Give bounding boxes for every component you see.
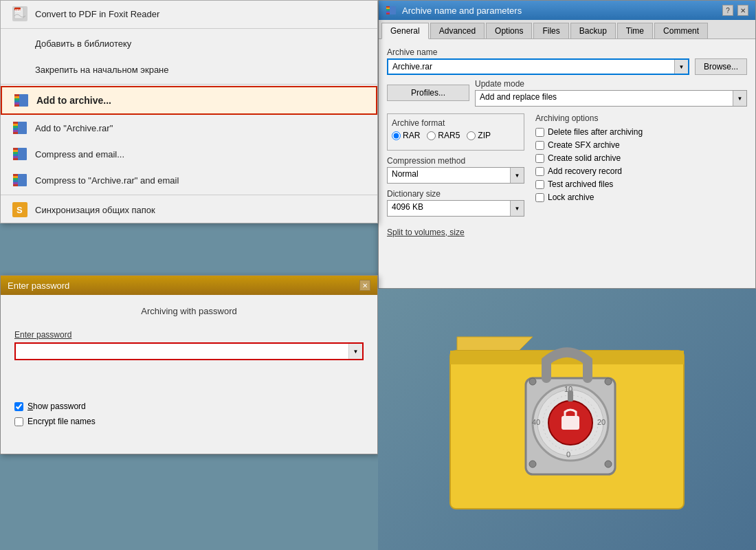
archive-dialog-controls: ? ✕ [722, 5, 748, 16]
svg-rect-15 [13, 124, 18, 126]
tab-advanced[interactable]: Advanced [430, 23, 485, 38]
archive-dialog-title: Archive name and parameters [402, 6, 522, 16]
encrypt-names-text: Encrypt file names [27, 417, 96, 426]
split-volumes[interactable]: Split to volumes, size [387, 228, 747, 237]
rar-icon-2 [12, 120, 28, 136]
help-button[interactable]: ? [722, 5, 733, 16]
profiles-button[interactable]: Profiles... [387, 85, 469, 101]
svg-rect-25 [13, 154, 18, 156]
svg-rect-17 [13, 128, 18, 130]
svg-rect-6 [14, 94, 19, 96]
tab-files[interactable]: Files [533, 23, 568, 38]
svg-rect-24 [13, 152, 18, 154]
svg-rect-35 [13, 184, 18, 186]
format-rar[interactable]: RAR [392, 131, 420, 140]
svg-point-59 [529, 378, 536, 385]
svg-rect-33 [13, 180, 18, 182]
password-dialog-title: Enter password [8, 280, 69, 291]
menu-item-add-archive[interactable]: Add to archive... [1, 86, 377, 115]
archiving-options-label: Archiving options [535, 113, 747, 123]
menu-item-pdf[interactable]: PDF Convert to PDF in Foxit Reader [1, 1, 377, 27]
menu-item-add-archive-label: Add to archive... [36, 95, 111, 106]
browse-button[interactable]: Browse... [695, 58, 747, 75]
menu-item-pin[interactable]: Закрепить на начальном экране [1, 56, 377, 82]
format-zip-label: ZIP [478, 131, 491, 140]
password-dialog: Enter password ✕ Archiving with password… [0, 275, 378, 454]
archive-name-input[interactable] [388, 60, 674, 74]
format-radio-group: RAR RAR5 ZIP [392, 131, 520, 140]
tab-options[interactable]: Options [486, 23, 532, 38]
menu-item-library[interactable]: Добавить в библиотеку [1, 30, 377, 56]
compression-method-label: Compression method [387, 156, 524, 166]
password-close-button[interactable]: ✕ [359, 280, 370, 291]
left-column: Archive format RAR RAR5 ZIP [387, 113, 524, 222]
svg-text:20: 20 [597, 418, 605, 426]
svg-rect-40 [386, 6, 390, 8]
format-zip[interactable]: ZIP [467, 131, 491, 140]
tab-backup[interactable]: Backup [570, 23, 616, 38]
option-solid-checkbox[interactable] [535, 154, 544, 163]
show-password-underline: S [27, 402, 33, 411]
option-sfx: Create SFX archive [535, 140, 747, 150]
show-password-label: Show password [27, 402, 86, 411]
svg-text:PDF: PDF [15, 9, 21, 12]
menu-item-add-archive-rar[interactable]: Add to "Archive.rar" [1, 115, 377, 141]
format-zip-radio[interactable] [467, 131, 476, 140]
svg-rect-27 [13, 158, 18, 160]
svg-point-61 [529, 461, 536, 468]
option-recovery-checkbox[interactable] [535, 167, 544, 176]
option-sfx-checkbox[interactable] [535, 141, 544, 150]
option-test-label: Test archived files [548, 179, 613, 189]
compression-method-dropdown-arrow[interactable]: ▼ [510, 168, 524, 183]
tab-comment[interactable]: Comment [654, 23, 708, 38]
password-dialog-titlebar: Enter password ✕ [1, 276, 377, 295]
svg-text:S: S [16, 205, 23, 215]
archive-dialog-titlebar: Archive name and parameters ? ✕ [379, 1, 755, 20]
svg-rect-58 [568, 390, 573, 402]
tab-general[interactable]: General [381, 23, 429, 39]
show-password-checkbox[interactable] [14, 402, 23, 411]
svg-rect-9 [14, 100, 19, 102]
menu-item-add-archive-rar-label: Add to "Archive.rar" [35, 123, 113, 133]
archive-format-label: Archive format [392, 118, 520, 128]
tab-time[interactable]: Time [617, 23, 653, 38]
menu-item-sync[interactable]: S Синхронизация общих папок [1, 197, 377, 223]
dictionary-size-dropdown-arrow[interactable]: ▼ [510, 201, 524, 216]
format-rar5-radio[interactable] [427, 131, 436, 140]
separator-1 [1, 28, 377, 29]
update-mode-dropdown-arrow[interactable]: ▼ [733, 91, 746, 106]
update-mode-value: Add and replace files [476, 91, 733, 106]
option-lock: Lock archive [535, 192, 747, 202]
format-rar5[interactable]: RAR5 [427, 131, 460, 140]
menu-item-compress-email[interactable]: Compress and email... [1, 141, 377, 167]
dictionary-size-label: Dictionary size [387, 189, 524, 199]
option-test-checkbox[interactable] [535, 180, 544, 189]
archive-name-dropdown-arrow[interactable]: ▼ [674, 60, 688, 74]
svg-rect-34 [13, 182, 18, 184]
option-lock-label: Lock archive [548, 192, 594, 202]
enter-password-label: Enter password [14, 330, 364, 340]
encrypt-names-row: Encrypt file names [14, 417, 364, 426]
pdf-icon: PDF [12, 6, 28, 22]
format-rar5-label: RAR5 [438, 131, 460, 140]
dialog-tabs: General Advanced Options Files Backup Ti… [379, 20, 755, 39]
password-input[interactable] [16, 344, 348, 359]
menu-item-library-label: Добавить в библиотеку [35, 38, 131, 49]
svg-rect-30 [13, 174, 18, 176]
svg-rect-18 [13, 130, 18, 132]
password-dropdown-arrow[interactable]: ▼ [348, 344, 362, 359]
encrypt-names-label: Encrypt file names [27, 417, 96, 426]
password-body: Archiving with password Enter password ▼… [1, 295, 377, 443]
close-button[interactable]: ✕ [737, 5, 748, 16]
format-rar-radio[interactable] [392, 131, 401, 140]
context-menu: PDF Convert to PDF in Foxit Reader Добав… [0, 0, 378, 223]
menu-item-compress-email-rar[interactable]: Compress to "Archive.rar" and email [1, 167, 377, 193]
option-delete-files-checkbox[interactable] [535, 128, 544, 137]
option-lock-checkbox[interactable] [535, 193, 544, 202]
svg-rect-8 [14, 98, 19, 100]
dictionary-size-value: 4096 KB [388, 201, 510, 216]
option-test: Test archived files [535, 179, 747, 189]
right-column: Archiving options Delete files after arc… [535, 113, 747, 222]
show-password-row: Show password [14, 402, 364, 411]
encrypt-names-checkbox[interactable] [14, 417, 23, 426]
